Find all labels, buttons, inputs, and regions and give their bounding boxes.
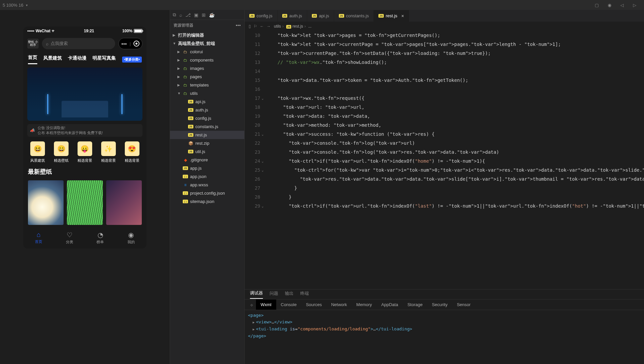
- fold-chevron-icon[interactable]: ⌄: [262, 157, 264, 166]
- fold-chevron-icon[interactable]: ⌄: [262, 202, 264, 211]
- file-app-json[interactable]: { }app.json: [170, 172, 244, 181]
- devtools-tab-storage[interactable]: Storage: [403, 299, 427, 310]
- wxml-node[interactable]: <page>: [248, 312, 641, 319]
- explorer-more-icon[interactable]: •••: [236, 23, 241, 28]
- bottom-nav-item[interactable]: ♡分类: [54, 231, 85, 245]
- wxml-node[interactable]: </page>: [248, 333, 641, 339]
- project-section[interactable]: ▼高端黑金壁纸_前端: [170, 39, 244, 48]
- folder-components[interactable]: ▶🗀components: [170, 56, 244, 64]
- category-emoji-icon: 😄: [54, 141, 69, 156]
- copy-icon[interactable]: ⧉: [173, 12, 176, 18]
- debug-icon[interactable]: ▣: [194, 12, 198, 18]
- breadcrumb-path[interactable]: utils› JS rest.js› ...: [274, 24, 312, 29]
- cup-icon[interactable]: ☕: [209, 12, 215, 18]
- devtools-tab-sources[interactable]: Sources: [301, 299, 326, 310]
- devtools-tab-memory[interactable]: Memory: [352, 299, 377, 310]
- forward-icon[interactable]: ▷: [631, 2, 638, 8]
- open-editors-section[interactable]: ▶打开的编辑器: [170, 31, 244, 39]
- bookmark-icon[interactable]: ▯: [249, 24, 251, 29]
- category-item[interactable]: 😆风景建筑: [28, 141, 48, 163]
- wxml-tree[interactable]: <page>▶<view>…</view>▶<tui-loading is="c…: [245, 310, 644, 364]
- search-icon[interactable]: ⌕: [179, 12, 182, 18]
- wallpaper-thumb-3[interactable]: [106, 180, 142, 225]
- close-target-icon[interactable]: [133, 41, 139, 47]
- bookmark-flag-icon[interactable]: ⚐: [254, 24, 257, 29]
- code-content[interactable]: "tok-kw">let "tok-var">pages = "tok-fn">…: [266, 31, 644, 289]
- record-icon[interactable]: ◉: [606, 2, 613, 8]
- editor-tab-rest-js[interactable]: JSrest.js×: [374, 10, 409, 22]
- folder-images[interactable]: ▶🗀images: [170, 64, 244, 73]
- file-explorer: ⧉ ⌕ ⎇ ▣ ⊞ ☕ 资源管理器 ••• ▶打开的编辑器 ▼高端黑金壁纸_前端…: [170, 10, 245, 364]
- folder-templates[interactable]: ▶🗀templates: [170, 81, 244, 89]
- tab-cartoon[interactable]: 卡通动漫: [68, 55, 87, 64]
- file-constants-js[interactable]: JSconstants.js: [170, 122, 244, 131]
- branch-icon[interactable]: ⎇: [185, 12, 191, 18]
- editor-tab-config-js[interactable]: JSconfig.js: [245, 10, 278, 22]
- nav-back-icon[interactable]: ←: [260, 24, 264, 29]
- debug-tab-2[interactable]: 输出: [285, 290, 294, 298]
- back-icon[interactable]: ◁: [619, 2, 625, 8]
- debug-tab-0[interactable]: 调试器: [250, 290, 263, 299]
- folder-utils[interactable]: ▼🗀utils: [170, 89, 244, 97]
- speaker-icon: 📣: [30, 128, 35, 133]
- editor-body[interactable]: 10 11 12 13 14 15 16 17 18 19 20 21 22 2…: [245, 31, 644, 289]
- devtools-tab-appdata[interactable]: AppData: [377, 299, 403, 310]
- file-util-js[interactable]: JSutil.js: [170, 147, 244, 156]
- devtools-tab-console[interactable]: Console: [276, 299, 302, 310]
- tab-home[interactable]: 首页: [28, 55, 37, 64]
- zoom-dropdown-icon[interactable]: ▾: [26, 3, 28, 7]
- category-item[interactable]: 😛精选背景: [75, 141, 95, 163]
- capsule-button[interactable]: ••• |: [118, 38, 142, 49]
- file-config-js[interactable]: JSconfig.js: [170, 114, 244, 122]
- file-auth-js[interactable]: JSauth.js: [170, 106, 244, 114]
- bottom-nav-item[interactable]: ◉我的: [116, 231, 147, 245]
- devtools-tab-wxml[interactable]: Wxml: [256, 299, 276, 310]
- bottom-nav-item[interactable]: ⌂首页: [23, 231, 54, 245]
- devtools-tab-network[interactable]: Network: [326, 299, 352, 310]
- menu-dots-icon[interactable]: •••: [121, 41, 127, 46]
- devtools-tab-sensor[interactable]: Sensor: [452, 299, 475, 310]
- bottom-nav-item[interactable]: ◔榜单: [85, 231, 116, 245]
- tab-celebrity[interactable]: 明星写真集: [93, 55, 116, 64]
- debug-tab-1[interactable]: 问题: [270, 290, 278, 298]
- category-item[interactable]: 😍精选背景: [122, 141, 142, 163]
- editor-tab-constants-js[interactable]: JSconstants.js: [334, 10, 374, 22]
- editor-tab-api-js[interactable]: JSapi.js: [307, 10, 334, 22]
- wallpaper-thumb-2[interactable]: [67, 180, 103, 225]
- hero-banner[interactable]: [27, 68, 142, 121]
- more-categories-badge[interactable]: •更多分类•: [122, 57, 142, 63]
- wallpaper-thumb-1[interactable]: [28, 180, 64, 225]
- file-app-wxss[interactable]: ≡app.wxss: [170, 181, 244, 189]
- folder-colorui[interactable]: ▶🗀colorui: [170, 48, 244, 56]
- category-item[interactable]: ✨精选背景: [99, 141, 118, 163]
- file-rest-js[interactable]: JSrest.js: [170, 131, 244, 139]
- category-item[interactable]: 😄精选壁纸: [52, 141, 71, 163]
- devtools-tab-security[interactable]: Security: [427, 299, 452, 310]
- file-app-js[interactable]: JSapp.js: [170, 164, 244, 172]
- notice-bar[interactable]: 📣 公告 没仅调取值! 公布 本程序壁纸均来源于网络 免费下载!: [27, 124, 142, 137]
- file-tree[interactable]: ▶打开的编辑器 ▼高端黑金壁纸_前端 ▶🗀colorui▶🗀components…: [170, 31, 244, 364]
- fold-chevron-icon[interactable]: ⌄: [262, 94, 264, 103]
- file--gitignore[interactable]: ◆.gitignore: [170, 156, 244, 164]
- search-input[interactable]: ⌕ 点我搜索: [42, 38, 115, 49]
- inspect-icon[interactable]: ⟐: [247, 302, 256, 307]
- device-icon[interactable]: ▢: [593, 2, 600, 8]
- wxml-node[interactable]: ▶<tui-loading is="components/loading/loa…: [248, 326, 641, 333]
- file-api-js[interactable]: JSapi.js: [170, 97, 244, 106]
- file-rest-zip[interactable]: 📦rest.zip: [170, 139, 244, 147]
- folder-pages[interactable]: ▶🗀pages: [170, 73, 244, 81]
- search-icon: ⌕: [46, 41, 49, 46]
- zoom-level[interactable]: 5 100% 16: [3, 3, 23, 8]
- close-icon[interactable]: ×: [401, 13, 404, 19]
- editor-tab-auth-js[interactable]: JSauth.js: [278, 10, 307, 22]
- fold-chevron-icon[interactable]: ⌄: [262, 166, 264, 175]
- tab-scenery[interactable]: 风景建筑: [43, 55, 62, 64]
- file-sitemap-json[interactable]: { }sitemap.json: [170, 197, 244, 206]
- debug-tab-3[interactable]: 终端: [300, 290, 309, 298]
- fold-chevron-icon[interactable]: ⌄: [262, 130, 264, 139]
- nav-forward-icon[interactable]: →: [267, 24, 271, 29]
- extensions-icon[interactable]: ⊞: [202, 12, 206, 18]
- wxml-node[interactable]: ▶<view>…</view>: [248, 319, 641, 326]
- app-logo[interactable]: 壁纸 小程序: [27, 39, 39, 49]
- file-project-config-json[interactable]: { }project.config.json: [170, 189, 244, 197]
